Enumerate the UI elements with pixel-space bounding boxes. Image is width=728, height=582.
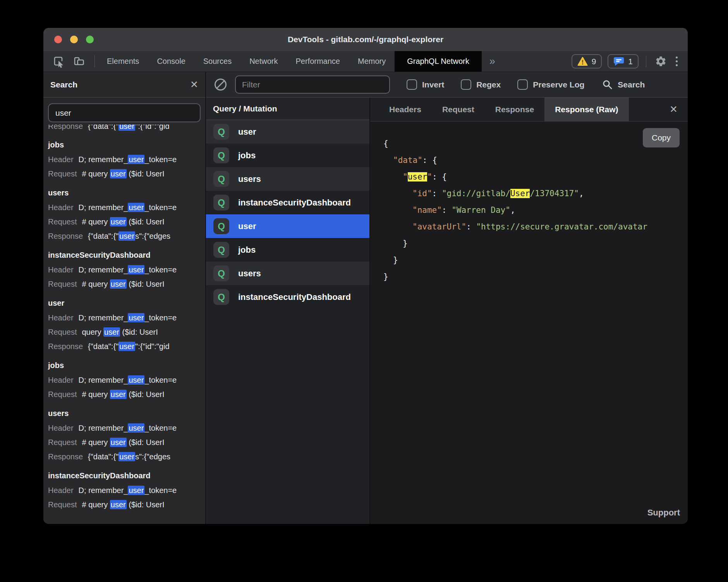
search-result[interactable]: Response{"data":{"user":{"id":"gid bbox=[48, 125, 201, 133]
settings-gear-icon[interactable] bbox=[654, 55, 668, 68]
search-result[interactable]: instanceSecurityDashboardHeaderD; rememb… bbox=[48, 248, 201, 291]
highlighted-match: user bbox=[110, 279, 127, 289]
text-segment: : bbox=[442, 205, 452, 215]
device-toolbar-icon[interactable] bbox=[72, 55, 86, 68]
close-search-icon[interactable]: ✕ bbox=[190, 80, 198, 89]
devtools-toolbar: ElementsConsoleSourcesNetworkPerformance… bbox=[43, 51, 688, 72]
search-result-title: user bbox=[48, 296, 201, 311]
search-result-line-value: {"data":{"users":{"edges bbox=[88, 231, 170, 241]
search-toggle[interactable]: Search bbox=[602, 79, 645, 90]
detail-tab-response[interactable]: Response bbox=[485, 98, 544, 121]
text-segment: ":{"id":"gid bbox=[135, 342, 169, 351]
search-result-line-label: Response bbox=[48, 342, 83, 351]
search-result-line-label: Request bbox=[48, 217, 77, 226]
search-result-line-label: Header bbox=[48, 155, 74, 164]
kebab-menu-icon[interactable] bbox=[673, 56, 680, 66]
search-result-line-label: Response bbox=[48, 452, 83, 461]
tab-memory[interactable]: Memory bbox=[349, 51, 395, 72]
more-tabs-icon[interactable]: » bbox=[482, 51, 503, 72]
search-result-line: Request# query user ($id: UserI bbox=[48, 167, 201, 181]
tab-sources[interactable]: Sources bbox=[194, 51, 240, 72]
query-list-item-jobs[interactable]: Qjobs bbox=[206, 144, 369, 167]
query-list-item-user[interactable]: Quser bbox=[206, 214, 369, 238]
query-list-item-jobs[interactable]: Qjobs bbox=[206, 238, 369, 262]
checkbox-box bbox=[407, 79, 417, 90]
search-result[interactable]: jobsHeaderD; remember_user_token=eReques… bbox=[48, 137, 201, 181]
traffic-lights bbox=[54, 28, 94, 51]
search-result-line: Response{"data":{"user":{"id":"gid bbox=[48, 339, 201, 354]
search-input[interactable] bbox=[48, 103, 201, 122]
text-segment: "id" bbox=[412, 189, 432, 198]
filter-input[interactable] bbox=[235, 75, 390, 94]
text-segment: ($id: UserI bbox=[127, 390, 165, 399]
message-count: 1 bbox=[628, 57, 633, 66]
filter-checkboxes: InvertRegexPreserve Log bbox=[390, 79, 584, 90]
minimize-window-button[interactable] bbox=[70, 36, 78, 43]
json-line: "name": "Warren Day", bbox=[383, 202, 688, 219]
query-list-item-label: instanceSecurityDashboard bbox=[238, 292, 351, 302]
text-segment: _token=e bbox=[144, 313, 177, 322]
search-result[interactable]: usersHeaderD; remember_user_token=eReque… bbox=[48, 406, 201, 464]
clear-log-icon[interactable] bbox=[215, 79, 227, 91]
checkbox-box bbox=[461, 79, 471, 90]
detail-tab-request[interactable]: Request bbox=[432, 98, 485, 121]
json-line: "user": { bbox=[383, 169, 688, 185]
detail-tab-headers[interactable]: Headers bbox=[379, 98, 432, 121]
query-list-item-instanceSecurityDashboard[interactable]: QinstanceSecurityDashboard bbox=[206, 285, 369, 309]
message-icon bbox=[613, 56, 624, 67]
detail-tab-response-raw-[interactable]: Response (Raw) bbox=[544, 98, 628, 121]
text-segment: D; remember_ bbox=[79, 155, 128, 164]
search-result[interactable]: userHeaderD; remember_user_token=eReques… bbox=[48, 296, 201, 354]
close-window-button[interactable] bbox=[54, 36, 62, 43]
query-list-item-users[interactable]: Qusers bbox=[206, 167, 369, 191]
highlighted-match: user bbox=[110, 500, 127, 509]
text-segment: ($id: UserI bbox=[127, 500, 165, 509]
text-segment: ($id: UserI bbox=[127, 280, 165, 288]
search-result-line-value: # query user ($id: UserI bbox=[82, 438, 165, 447]
query-type-icon: Q bbox=[213, 289, 229, 305]
text-segment: D; remember_ bbox=[79, 203, 128, 212]
search-result-line-value: {"data":{"users":{"edges bbox=[88, 452, 170, 461]
copy-button[interactable]: Copy bbox=[643, 128, 680, 147]
query-list: QuserQjobsQusersQinstanceSecurityDashboa… bbox=[206, 120, 369, 309]
support-link[interactable]: Support bbox=[647, 508, 680, 518]
search-result-line-value: D; remember_user_token=e bbox=[79, 313, 177, 322]
search-panel: Search ✕ Response{"data":{"user":{"id":"… bbox=[43, 72, 206, 524]
search-result-line: Response{"data":{"user":{"id":"gid bbox=[48, 125, 201, 133]
warning-count: 9 bbox=[592, 57, 596, 66]
highlighted-match: user bbox=[118, 231, 135, 241]
search-result[interactable]: jobsHeaderD; remember_user_token=eReques… bbox=[48, 358, 201, 402]
search-result[interactable]: instanceSecurityDashboardHeaderD; rememb… bbox=[48, 468, 201, 512]
checkbox-label: Invert bbox=[422, 80, 444, 89]
search-panel-header: Search ✕ bbox=[43, 72, 205, 98]
text-segment: /13704317" bbox=[530, 189, 579, 198]
messages-badge[interactable]: 1 bbox=[608, 54, 639, 68]
text-segment: {"data":{" bbox=[88, 125, 118, 130]
tab-elements[interactable]: Elements bbox=[98, 51, 148, 72]
text-segment: , bbox=[579, 189, 584, 198]
checkbox-preserve-log[interactable]: Preserve Log bbox=[517, 79, 584, 90]
text-segment: # query bbox=[82, 280, 110, 288]
search-result-line: HeaderD; remember_user_token=e bbox=[48, 152, 201, 167]
tab-graphql-network[interactable]: GraphQL Network bbox=[395, 51, 481, 72]
json-line: } bbox=[383, 269, 688, 285]
maximize-window-button[interactable] bbox=[86, 36, 94, 43]
search-result[interactable]: usersHeaderD; remember_user_token=eReque… bbox=[48, 185, 201, 243]
query-list-item-user[interactable]: Quser bbox=[206, 120, 369, 144]
highlighted-match: user bbox=[110, 169, 127, 178]
query-list-item-label: users bbox=[238, 269, 261, 279]
query-list-item-users[interactable]: Qusers bbox=[206, 262, 369, 285]
search-result-line-value: query user ($id: UserI bbox=[82, 327, 158, 337]
close-detail-icon[interactable]: ✕ bbox=[670, 104, 688, 114]
highlighted-match: user bbox=[118, 452, 135, 461]
search-result-line-value: # query user ($id: UserI bbox=[82, 169, 165, 178]
checkbox-regex[interactable]: Regex bbox=[461, 79, 501, 90]
warnings-badge[interactable]: 9 bbox=[572, 54, 602, 68]
checkbox-invert[interactable]: Invert bbox=[407, 79, 444, 90]
text-segment: s":{"edges bbox=[135, 452, 170, 461]
inspect-element-icon[interactable] bbox=[52, 55, 66, 68]
query-list-item-instanceSecurityDashboard[interactable]: QinstanceSecurityDashboard bbox=[206, 191, 369, 214]
tab-performance[interactable]: Performance bbox=[287, 51, 349, 72]
tab-console[interactable]: Console bbox=[148, 51, 194, 72]
tab-network[interactable]: Network bbox=[240, 51, 287, 72]
